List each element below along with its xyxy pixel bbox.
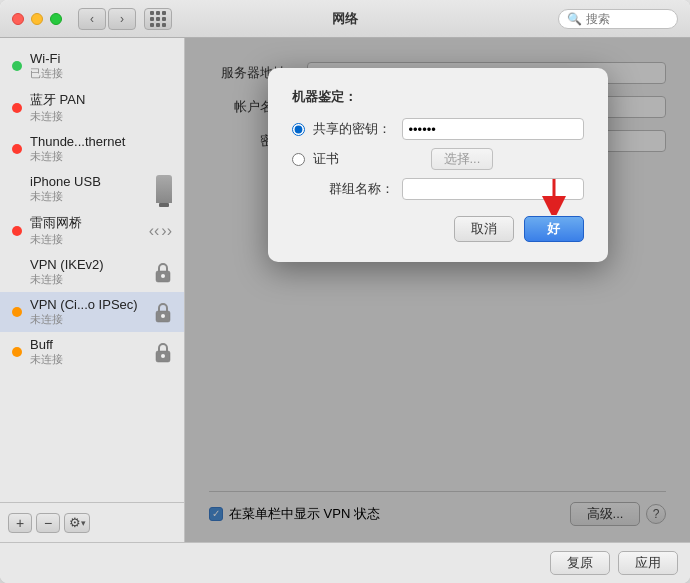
close-button[interactable] — [12, 13, 24, 25]
svg-point-5 — [161, 354, 165, 358]
item-status-bluetooth: 未连接 — [30, 109, 85, 124]
status-dot-thunderbridge — [12, 226, 22, 236]
forward-button[interactable]: › — [108, 8, 136, 30]
nav-arrows: ‹‹ ›› — [149, 222, 172, 240]
remove-button[interactable]: − — [36, 513, 60, 533]
minimize-button[interactable] — [31, 13, 43, 25]
network-window: ‹ › 网络 🔍 Wi-Fi 已连接 — [0, 0, 690, 583]
right-panel: 服务器地址： us1.mzynode.com 帐户名称： waiyou0 密码：… — [185, 38, 690, 542]
item-status-vpn-ikev2: 未连接 — [30, 272, 104, 287]
status-dot-iphone — [12, 184, 22, 194]
item-name-thunderbolt: Thunde...thernet — [30, 134, 125, 149]
radio-cert[interactable] — [292, 153, 305, 166]
item-status-vpn-ipsec: 未连接 — [30, 312, 138, 327]
main-content: Wi-Fi 已连接 蓝牙 PAN 未连接 Thunde...thernet — [0, 38, 690, 542]
status-dot-wifi — [12, 61, 22, 71]
view-toggle-button[interactable] — [144, 8, 172, 30]
lock-icon-ikev2 — [154, 261, 172, 283]
item-name-buff: Buff — [30, 337, 63, 352]
sidebar-item-bluetooth[interactable]: 蓝牙 PAN 未连接 — [0, 86, 184, 129]
item-name-bluetooth: 蓝牙 PAN — [30, 91, 85, 109]
sidebar-item-thunderbridge[interactable]: 雷雨网桥 未连接 ‹‹ ›› — [0, 209, 184, 252]
status-dot-thunderbolt — [12, 144, 22, 154]
modal-title: 机器鉴定： — [292, 88, 584, 106]
right-arrow-icon: ›› — [161, 222, 172, 240]
back-button[interactable]: ‹ — [78, 8, 106, 30]
radio-cert-label: 证书 — [313, 150, 423, 168]
sidebar-item-vpn-ikev2[interactable]: VPN (IKEv2) 未连接 — [0, 252, 184, 292]
maximize-button[interactable] — [50, 13, 62, 25]
status-dot-vpn-ipsec — [12, 307, 22, 317]
revert-button[interactable]: 复原 — [550, 551, 610, 575]
item-name-iphone: iPhone USB — [30, 174, 101, 189]
modal-ok-label: 好 — [547, 220, 560, 238]
item-status-buff: 未连接 — [30, 352, 63, 367]
status-dot-bluetooth — [12, 103, 22, 113]
choose-cert-button[interactable]: 选择... — [431, 148, 494, 170]
svg-point-1 — [161, 274, 165, 278]
apply-button[interactable]: 应用 — [618, 551, 678, 575]
gear-icon: ⚙ — [69, 515, 81, 530]
footer-buttons: 复原 应用 — [0, 542, 690, 583]
radio-shared-secret[interactable] — [292, 123, 305, 136]
radio-cert-row: 证书 选择... — [292, 148, 584, 170]
modal-overlay: 机器鉴定： 共享的密钥： 证书 选择... 群组名称： — [185, 38, 690, 542]
status-dot-vpn-ikev2 — [12, 267, 22, 277]
item-status-thunderbridge: 未连接 — [30, 232, 82, 247]
sidebar-item-iphone-usb[interactable]: iPhone USB 未连接 — [0, 169, 184, 209]
window-title: 网络 — [332, 10, 358, 28]
nav-buttons: ‹ › — [78, 8, 136, 30]
status-dot-buff — [12, 347, 22, 357]
item-name-thunderbridge: 雷雨网桥 — [30, 214, 82, 232]
item-status-iphone: 未连接 — [30, 189, 101, 204]
svg-point-3 — [161, 314, 165, 318]
modal-cancel-button[interactable]: 取消 — [454, 216, 514, 242]
arrow-indicator — [539, 175, 569, 218]
modal-ok-button[interactable]: 好 — [524, 216, 584, 242]
item-status-thunderbolt: 未连接 — [30, 149, 125, 164]
auth-modal: 机器鉴定： 共享的密钥： 证书 选择... 群组名称： — [268, 68, 608, 262]
sidebar-item-vpn-ipsec[interactable]: VPN (Ci...o IPSec) 未连接 — [0, 292, 184, 332]
radio-shared-secret-row: 共享的密钥： — [292, 118, 584, 140]
shared-secret-input[interactable] — [402, 118, 584, 140]
item-name-wifi: Wi-Fi — [30, 51, 63, 66]
traffic-lights — [12, 13, 62, 25]
search-icon: 🔍 — [567, 12, 582, 26]
titlebar: ‹ › 网络 🔍 — [0, 0, 690, 38]
grid-icon — [150, 11, 166, 27]
sidebar-item-buff[interactable]: Buff 未连接 — [0, 332, 184, 372]
lock-icon-ipsec — [154, 301, 172, 323]
sidebar-bottom: + − ⚙ ▾ — [0, 502, 184, 542]
item-status-wifi: 已连接 — [30, 66, 63, 81]
item-name-vpn-ipsec: VPN (Ci...o IPSec) — [30, 297, 138, 312]
settings-button[interactable]: ⚙ ▾ — [64, 513, 90, 533]
lock-icon-buff — [154, 341, 172, 363]
group-name-label: 群组名称： — [292, 180, 394, 198]
down-arrow-icon — [539, 175, 569, 215]
gear-chevron: ▾ — [81, 518, 86, 528]
search-box[interactable]: 🔍 — [558, 9, 678, 29]
item-name-vpn-ikev2: VPN (IKEv2) — [30, 257, 104, 272]
modal-buttons: 取消 — [292, 216, 584, 242]
add-button[interactable]: + — [8, 513, 32, 533]
sidebar: Wi-Fi 已连接 蓝牙 PAN 未连接 Thunde...thernet — [0, 38, 185, 542]
sidebar-item-thunderbolt[interactable]: Thunde...thernet 未连接 — [0, 129, 184, 169]
left-arrow-icon: ‹‹ — [149, 222, 160, 240]
search-input[interactable] — [586, 12, 676, 26]
sidebar-item-wifi[interactable]: Wi-Fi 已连接 — [0, 46, 184, 86]
sidebar-list: Wi-Fi 已连接 蓝牙 PAN 未连接 Thunde...thernet — [0, 38, 184, 502]
radio-shared-secret-label: 共享的密钥： — [313, 120, 394, 138]
